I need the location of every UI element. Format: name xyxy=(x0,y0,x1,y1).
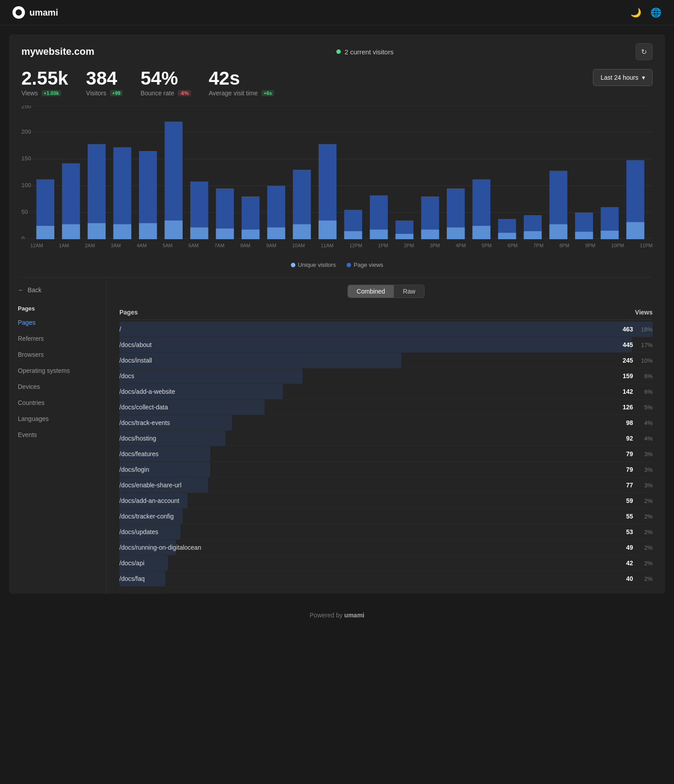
header: umami 🌙 🌐 xyxy=(0,0,674,25)
view-toggle: Combined Raw xyxy=(347,285,425,298)
sidebar-item-browsers[interactable]: Browsers xyxy=(9,347,106,363)
legend-page-views: Page views xyxy=(347,261,383,268)
table-row[interactable]: /docs/collect-data 126 5% xyxy=(119,400,653,415)
row-pct: 10% xyxy=(638,357,653,364)
row-path: /docs/track-events xyxy=(119,419,615,426)
x-axis-labels: 12AM1AM2AM3AM4AM5AM6AM7AM8AM9AM10AM11AM1… xyxy=(21,241,653,248)
row-pct: 4% xyxy=(638,435,653,442)
row-count: 92 xyxy=(615,435,633,442)
sidebar: ← Back Pages PagesReferrersBrowsersOpera… xyxy=(9,278,107,594)
sidebar-item-languages[interactable]: Languages xyxy=(9,411,106,427)
sidebar-item-operating-systems[interactable]: Operating systems xyxy=(9,363,106,379)
row-path: /docs/add-an-account xyxy=(119,497,615,504)
sidebar-item-devices[interactable]: Devices xyxy=(9,379,106,395)
moon-icon[interactable]: 🌙 xyxy=(630,7,641,18)
table-row[interactable]: /docs/api 42 2% xyxy=(119,555,653,571)
bounce-badge: -6% xyxy=(178,90,191,96)
raw-toggle[interactable]: Raw xyxy=(394,285,424,298)
table-row[interactable]: /docs/tracker-config 55 2% xyxy=(119,509,653,524)
content-area: Combined Raw Pages Views / 463 18% /docs… xyxy=(107,278,665,594)
table-row[interactable]: /docs/running-on-digitalocean 49 2% xyxy=(119,540,653,555)
table-row[interactable]: /docs/enable-share-url 77 3% xyxy=(119,478,653,493)
row-pct: 6% xyxy=(638,388,653,395)
logo-icon xyxy=(12,6,25,19)
avg-visit-label: Average visit time xyxy=(209,90,258,97)
legend-dot-pageviews xyxy=(347,263,351,267)
row-pct: 2% xyxy=(638,544,653,551)
row-path: /docs/tracker-config xyxy=(119,513,615,520)
row-pct: 6% xyxy=(638,373,653,380)
visitors-badge: +99 xyxy=(110,90,123,96)
app-name: umami xyxy=(29,8,58,18)
row-pct: 4% xyxy=(638,420,653,426)
site-title-row: mywebsite.com 2 current visitors ↻ xyxy=(21,43,653,60)
table-body: / 463 18% /docs/about 445 17% /docs/inst… xyxy=(119,322,653,587)
sidebar-item-events[interactable]: Events xyxy=(9,427,106,443)
metric-views: 2.55k Views +1.03k xyxy=(21,69,68,97)
stats-header: mywebsite.com 2 current visitors ↻ 2.55k… xyxy=(9,34,665,97)
row-count: 40 xyxy=(615,575,633,582)
header-left: umami xyxy=(12,6,58,19)
row-count: 445 xyxy=(615,341,633,348)
sidebar-nav: PagesReferrersBrowsersOperating systemsD… xyxy=(9,314,106,443)
row-path: / xyxy=(119,326,615,333)
row-count: 142 xyxy=(615,388,633,395)
table-row[interactable]: / 463 18% xyxy=(119,322,653,337)
sidebar-item-referrers[interactable]: Referrers xyxy=(9,331,106,347)
table-row[interactable]: /docs 159 6% xyxy=(119,368,653,384)
views-value: 2.55k xyxy=(21,69,68,88)
table-row[interactable]: /docs/hosting 92 4% xyxy=(119,431,653,446)
row-count: 77 xyxy=(615,482,633,489)
sidebar-section-label: Pages xyxy=(9,301,106,314)
row-pct: 2% xyxy=(638,576,653,582)
footer: Powered by umami xyxy=(0,603,674,628)
views-label: Views xyxy=(21,90,38,97)
row-path: /docs/install xyxy=(119,357,615,364)
row-path: /docs/enable-share-url xyxy=(119,482,615,489)
globe-icon[interactable]: 🌐 xyxy=(650,7,662,18)
online-dot xyxy=(336,49,341,54)
back-button[interactable]: ← Back xyxy=(9,286,106,301)
time-range-selector[interactable]: Last 24 hours ▾ xyxy=(593,69,653,86)
row-pct: 5% xyxy=(638,404,653,411)
col-pages: Pages xyxy=(119,309,138,316)
table-row[interactable]: /docs/track-events 98 4% xyxy=(119,415,653,431)
row-path: /docs/features xyxy=(119,450,615,457)
table-row[interactable]: /docs/login 79 3% xyxy=(119,462,653,478)
table-row[interactable]: /docs/add-an-account 59 2% xyxy=(119,493,653,509)
row-pct: 3% xyxy=(638,466,653,473)
sidebar-item-pages[interactable]: Pages xyxy=(9,314,106,331)
metrics-row: 2.55k Views +1.03k 384 Visitors +99 54% … xyxy=(21,69,653,97)
row-count: 42 xyxy=(615,559,633,567)
row-pct: 2% xyxy=(638,498,653,504)
table-header: Pages Views xyxy=(119,305,653,320)
header-right: 🌙 🌐 xyxy=(630,7,662,18)
row-count: 59 xyxy=(615,497,633,504)
row-pct: 3% xyxy=(638,482,653,489)
col-views: Views xyxy=(635,309,653,316)
table-row[interactable]: /docs/features 79 3% xyxy=(119,446,653,462)
table-row[interactable]: /docs/add-a-website 142 6% xyxy=(119,384,653,400)
row-path: /docs/about xyxy=(119,341,615,348)
legend-dot-unique xyxy=(291,263,295,267)
row-path: /docs/api xyxy=(119,559,615,567)
row-path: /docs/running-on-digitalocean xyxy=(119,544,615,551)
combined-toggle[interactable]: Combined xyxy=(348,285,394,298)
refresh-button[interactable]: ↻ xyxy=(636,43,653,60)
footer-brand: umami xyxy=(344,612,364,619)
row-count: 245 xyxy=(615,357,633,364)
table-row[interactable]: /docs/faq 40 2% xyxy=(119,571,653,587)
toggle-row: Combined Raw xyxy=(119,285,653,298)
table-row[interactable]: /docs/about 445 17% xyxy=(119,337,653,353)
row-pct: 2% xyxy=(638,560,653,567)
sidebar-item-countries[interactable]: Countries xyxy=(9,395,106,411)
row-path: /docs/add-a-website xyxy=(119,388,615,395)
row-path: /docs/login xyxy=(119,466,615,473)
table-row[interactable]: /docs/updates 53 2% xyxy=(119,524,653,540)
chart-wrapper: 0 50 100 150 200 250 12AM1AM2AM3AM4AM5AM… xyxy=(21,106,653,257)
bar-chart-canvas xyxy=(21,106,653,239)
row-path: /docs/updates xyxy=(119,528,615,535)
row-count: 126 xyxy=(615,404,633,411)
row-count: 55 xyxy=(615,513,633,520)
table-row[interactable]: /docs/install 245 10% xyxy=(119,353,653,368)
